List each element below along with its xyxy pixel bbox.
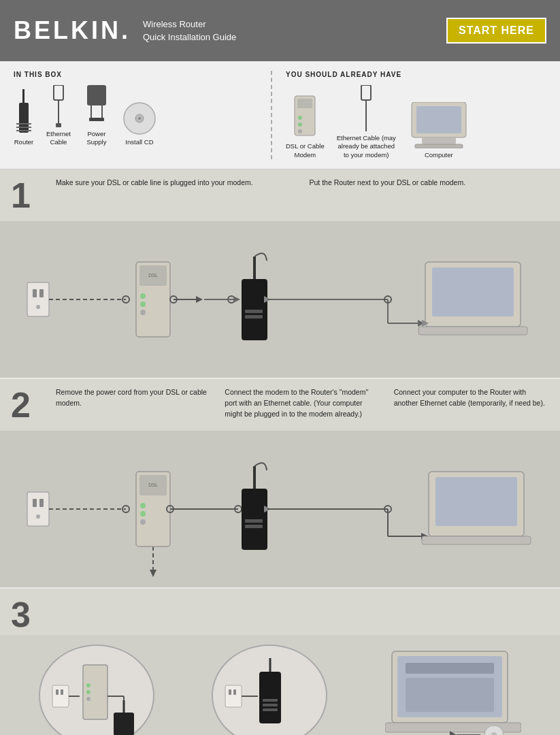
- item-power-label: PowerSupply: [86, 130, 106, 147]
- step3-laptop: [385, 644, 521, 735]
- svg-rect-47: [245, 310, 263, 313]
- step1-col2: Put the Router next to your DSL or cable…: [310, 178, 550, 213]
- router-icon: [14, 89, 34, 135]
- step3-diagrams: [0, 635, 560, 735]
- step1-col1: Make sure your DSL or cable line is plug…: [56, 178, 296, 213]
- ethernet-cable-icon: [50, 85, 67, 127]
- item-cd: Install CD: [122, 101, 157, 146]
- svg-rect-110: [263, 708, 278, 711]
- svg-rect-79: [245, 519, 263, 523]
- box-section: IN THIS BOX Router E: [0, 61, 560, 169]
- step3-circle2: [212, 644, 327, 735]
- svg-point-17: [298, 116, 302, 120]
- step2-col2: Connect the modem to the Router's "modem…: [225, 387, 380, 423]
- svg-rect-109: [263, 704, 278, 706]
- svg-rect-3: [16, 127, 31, 128]
- svg-rect-0: [19, 103, 29, 133]
- svg-rect-11: [89, 118, 104, 121]
- svg-point-95: [86, 683, 90, 687]
- svg-rect-108: [263, 699, 278, 702]
- step2-section: 2 Remove the power cord from your DSL or…: [0, 379, 560, 587]
- svg-point-72: [140, 511, 146, 517]
- svg-rect-88: [435, 477, 517, 526]
- svg-rect-29: [39, 289, 44, 297]
- svg-text:DSL: DSL: [148, 273, 158, 278]
- svg-point-73: [140, 519, 146, 525]
- modem-icon: [291, 93, 319, 140]
- svg-text:DSL: DSL: [148, 483, 158, 487]
- svg-rect-8: [87, 85, 106, 105]
- item-ethernet-label: EthernetCable: [46, 130, 71, 147]
- item-router-label: Router: [14, 138, 34, 146]
- svg-point-38: [140, 310, 146, 315]
- svg-rect-56: [432, 267, 514, 316]
- step1-section: 1 Make sure your DSL or cable line is pl…: [0, 169, 560, 378]
- svg-rect-60: [27, 492, 49, 526]
- svg-rect-28: [33, 289, 37, 297]
- svg-rect-4: [16, 130, 31, 131]
- svg-point-36: [140, 293, 146, 299]
- step3-number: 3: [11, 597, 45, 632]
- svg-point-19: [298, 129, 302, 133]
- svg-point-63: [36, 514, 40, 519]
- svg-rect-80: [245, 525, 263, 528]
- item-power: PowerSupply: [83, 85, 110, 147]
- svg-rect-62: [39, 499, 44, 507]
- you-should-have-items: DSL or CableModem Ethernet Cable (mayalr…: [286, 85, 546, 159]
- item-eth-cable-have: Ethernet Cable (mayalready be attachedto…: [337, 85, 396, 159]
- svg-rect-2: [16, 123, 31, 125]
- power-supply-icon: [83, 85, 110, 127]
- item-modem-label: DSL or CableModem: [286, 142, 325, 159]
- svg-rect-114: [406, 678, 494, 712]
- step2-number: 2: [11, 387, 45, 423]
- install-cd-icon: [122, 101, 157, 135]
- step1-diagram-svg: DSL: [0, 221, 560, 378]
- you-should-have: YOU SHOULD ALREADY HAVE DSL or CableMode…: [272, 71, 546, 159]
- svg-rect-23: [416, 106, 461, 133]
- step1-diagram: DSL: [0, 221, 560, 378]
- svg-rect-106: [259, 672, 281, 723]
- svg-point-71: [140, 503, 146, 508]
- svg-rect-20: [361, 85, 371, 100]
- step1-band: 1 Make sure your DSL or cable line is pl…: [0, 169, 560, 221]
- step2-band: 2 Remove the power cord from your DSL or…: [0, 379, 560, 431]
- svg-rect-103: [229, 689, 231, 695]
- item-computer-label: Computer: [425, 151, 453, 159]
- svg-rect-89: [422, 536, 531, 544]
- svg-point-30: [36, 305, 40, 309]
- step2-col1: Remove the power cord from your DSL or c…: [56, 387, 211, 423]
- step2-instructions: Remove the power cord from your DSL or c…: [56, 387, 549, 423]
- in-this-box-title: IN THIS BOX: [14, 71, 257, 78]
- svg-rect-113: [406, 663, 494, 674]
- svg-rect-25: [415, 144, 463, 148]
- svg-point-96: [86, 690, 90, 694]
- you-should-have-title: YOU SHOULD ALREADY HAVE: [286, 71, 546, 78]
- step2-col3: Connect your computer to the Router with…: [394, 387, 549, 423]
- item-ethernet: EthernetCable: [46, 85, 71, 147]
- step2-diagram: DSL: [0, 431, 560, 587]
- item-modem: DSL or CableModem: [286, 93, 325, 159]
- svg-rect-102: [225, 685, 242, 707]
- step3-band: 3: [0, 589, 560, 635]
- svg-rect-104: [233, 689, 236, 695]
- brand-name: BELKIN.: [14, 16, 131, 45]
- svg-rect-57: [418, 327, 527, 335]
- step3-router-power-svg: [218, 651, 320, 735]
- item-eth-cable-have-label: Ethernet Cable (mayalready be attachedto…: [337, 134, 396, 159]
- svg-rect-27: [27, 282, 49, 316]
- svg-rect-16: [297, 99, 312, 108]
- svg-point-14: [138, 117, 141, 120]
- svg-rect-48: [245, 315, 263, 318]
- item-computer: Computer: [408, 102, 470, 159]
- header-subtitle: Wireless Router Quick Installation Guide: [143, 18, 236, 44]
- item-cd-label: Install CD: [125, 138, 153, 146]
- computer-icon: [408, 102, 470, 148]
- ethernet-cable-have-icon: [357, 85, 375, 131]
- header-left: BELKIN. Wireless Router Quick Installati…: [14, 16, 236, 45]
- svg-rect-7: [56, 123, 61, 127]
- svg-rect-1: [22, 89, 24, 104]
- svg-point-18: [298, 122, 302, 127]
- step3-laptop-svg: [385, 648, 521, 735]
- step3-circle1: [39, 644, 154, 735]
- svg-rect-90: [52, 685, 69, 707]
